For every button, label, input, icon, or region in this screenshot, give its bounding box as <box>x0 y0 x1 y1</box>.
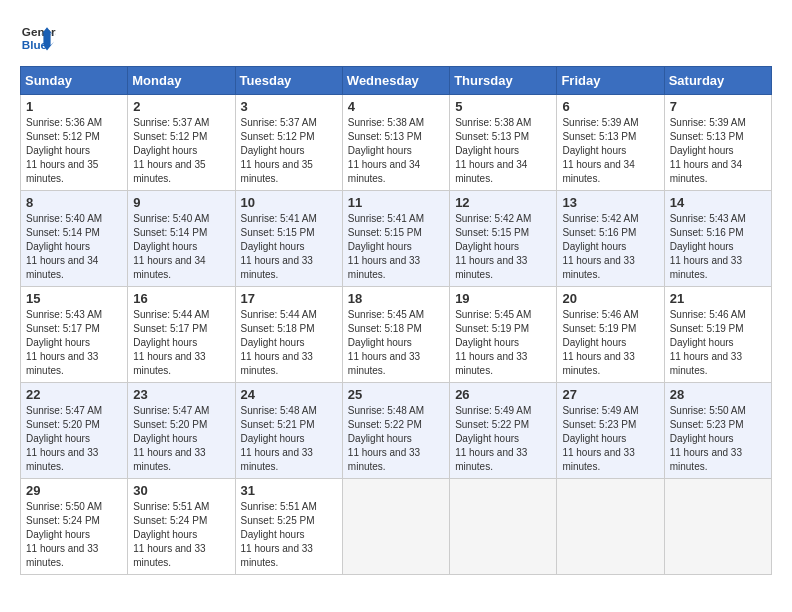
day-number: 7 <box>670 99 766 114</box>
day-number: 1 <box>26 99 122 114</box>
logo-icon: General Blue <box>20 20 56 56</box>
week-row-3: 15Sunrise: 5:43 AMSunset: 5:17 PMDayligh… <box>21 287 772 383</box>
day-info: Sunrise: 5:39 AMSunset: 5:13 PMDaylight … <box>562 116 658 186</box>
day-info: Sunrise: 5:41 AMSunset: 5:15 PMDaylight … <box>348 212 444 282</box>
day-info: Sunrise: 5:42 AMSunset: 5:15 PMDaylight … <box>455 212 551 282</box>
day-cell: 11Sunrise: 5:41 AMSunset: 5:15 PMDayligh… <box>342 191 449 287</box>
day-info: Sunrise: 5:50 AMSunset: 5:23 PMDaylight … <box>670 404 766 474</box>
day-cell: 15Sunrise: 5:43 AMSunset: 5:17 PMDayligh… <box>21 287 128 383</box>
day-number: 13 <box>562 195 658 210</box>
day-cell: 1Sunrise: 5:36 AMSunset: 5:12 PMDaylight… <box>21 95 128 191</box>
day-info: Sunrise: 5:38 AMSunset: 5:13 PMDaylight … <box>348 116 444 186</box>
day-cell: 27Sunrise: 5:49 AMSunset: 5:23 PMDayligh… <box>557 383 664 479</box>
column-header-sunday: Sunday <box>21 67 128 95</box>
day-number: 25 <box>348 387 444 402</box>
day-cell: 7Sunrise: 5:39 AMSunset: 5:13 PMDaylight… <box>664 95 771 191</box>
day-cell: 21Sunrise: 5:46 AMSunset: 5:19 PMDayligh… <box>664 287 771 383</box>
day-number: 20 <box>562 291 658 306</box>
day-cell: 30Sunrise: 5:51 AMSunset: 5:24 PMDayligh… <box>128 479 235 575</box>
day-info: Sunrise: 5:42 AMSunset: 5:16 PMDaylight … <box>562 212 658 282</box>
day-info: Sunrise: 5:40 AMSunset: 5:14 PMDaylight … <box>133 212 229 282</box>
week-row-4: 22Sunrise: 5:47 AMSunset: 5:20 PMDayligh… <box>21 383 772 479</box>
day-cell: 17Sunrise: 5:44 AMSunset: 5:18 PMDayligh… <box>235 287 342 383</box>
day-number: 19 <box>455 291 551 306</box>
day-number: 24 <box>241 387 337 402</box>
column-header-tuesday: Tuesday <box>235 67 342 95</box>
day-info: Sunrise: 5:43 AMSunset: 5:17 PMDaylight … <box>26 308 122 378</box>
logo: General Blue <box>20 20 56 56</box>
day-info: Sunrise: 5:44 AMSunset: 5:17 PMDaylight … <box>133 308 229 378</box>
day-cell: 24Sunrise: 5:48 AMSunset: 5:21 PMDayligh… <box>235 383 342 479</box>
day-cell <box>342 479 449 575</box>
day-number: 28 <box>670 387 766 402</box>
day-number: 16 <box>133 291 229 306</box>
day-info: Sunrise: 5:45 AMSunset: 5:19 PMDaylight … <box>455 308 551 378</box>
day-info: Sunrise: 5:39 AMSunset: 5:13 PMDaylight … <box>670 116 766 186</box>
column-header-monday: Monday <box>128 67 235 95</box>
day-number: 12 <box>455 195 551 210</box>
day-info: Sunrise: 5:45 AMSunset: 5:18 PMDaylight … <box>348 308 444 378</box>
calendar-table: SundayMondayTuesdayWednesdayThursdayFrid… <box>20 66 772 575</box>
day-cell: 18Sunrise: 5:45 AMSunset: 5:18 PMDayligh… <box>342 287 449 383</box>
day-cell: 6Sunrise: 5:39 AMSunset: 5:13 PMDaylight… <box>557 95 664 191</box>
day-cell: 4Sunrise: 5:38 AMSunset: 5:13 PMDaylight… <box>342 95 449 191</box>
day-cell: 19Sunrise: 5:45 AMSunset: 5:19 PMDayligh… <box>450 287 557 383</box>
day-number: 11 <box>348 195 444 210</box>
day-number: 9 <box>133 195 229 210</box>
day-cell: 9Sunrise: 5:40 AMSunset: 5:14 PMDaylight… <box>128 191 235 287</box>
day-info: Sunrise: 5:49 AMSunset: 5:22 PMDaylight … <box>455 404 551 474</box>
day-info: Sunrise: 5:43 AMSunset: 5:16 PMDaylight … <box>670 212 766 282</box>
day-number: 30 <box>133 483 229 498</box>
day-info: Sunrise: 5:48 AMSunset: 5:22 PMDaylight … <box>348 404 444 474</box>
column-header-saturday: Saturday <box>664 67 771 95</box>
day-number: 22 <box>26 387 122 402</box>
day-cell: 2Sunrise: 5:37 AMSunset: 5:12 PMDaylight… <box>128 95 235 191</box>
day-number: 31 <box>241 483 337 498</box>
day-number: 21 <box>670 291 766 306</box>
day-cell: 28Sunrise: 5:50 AMSunset: 5:23 PMDayligh… <box>664 383 771 479</box>
svg-text:General: General <box>22 25 56 38</box>
day-number: 18 <box>348 291 444 306</box>
day-number: 6 <box>562 99 658 114</box>
day-info: Sunrise: 5:37 AMSunset: 5:12 PMDaylight … <box>133 116 229 186</box>
day-info: Sunrise: 5:44 AMSunset: 5:18 PMDaylight … <box>241 308 337 378</box>
day-cell <box>450 479 557 575</box>
day-number: 3 <box>241 99 337 114</box>
day-info: Sunrise: 5:47 AMSunset: 5:20 PMDaylight … <box>133 404 229 474</box>
day-number: 5 <box>455 99 551 114</box>
day-cell <box>557 479 664 575</box>
day-cell <box>664 479 771 575</box>
day-cell: 25Sunrise: 5:48 AMSunset: 5:22 PMDayligh… <box>342 383 449 479</box>
column-header-friday: Friday <box>557 67 664 95</box>
day-number: 10 <box>241 195 337 210</box>
day-cell: 12Sunrise: 5:42 AMSunset: 5:15 PMDayligh… <box>450 191 557 287</box>
day-info: Sunrise: 5:47 AMSunset: 5:20 PMDaylight … <box>26 404 122 474</box>
day-number: 23 <box>133 387 229 402</box>
column-header-wednesday: Wednesday <box>342 67 449 95</box>
day-info: Sunrise: 5:38 AMSunset: 5:13 PMDaylight … <box>455 116 551 186</box>
day-number: 2 <box>133 99 229 114</box>
page-header: General Blue <box>20 20 772 56</box>
day-info: Sunrise: 5:40 AMSunset: 5:14 PMDaylight … <box>26 212 122 282</box>
day-number: 8 <box>26 195 122 210</box>
day-info: Sunrise: 5:41 AMSunset: 5:15 PMDaylight … <box>241 212 337 282</box>
day-cell: 26Sunrise: 5:49 AMSunset: 5:22 PMDayligh… <box>450 383 557 479</box>
day-info: Sunrise: 5:49 AMSunset: 5:23 PMDaylight … <box>562 404 658 474</box>
header-row: SundayMondayTuesdayWednesdayThursdayFrid… <box>21 67 772 95</box>
day-number: 14 <box>670 195 766 210</box>
day-number: 26 <box>455 387 551 402</box>
day-info: Sunrise: 5:46 AMSunset: 5:19 PMDaylight … <box>670 308 766 378</box>
week-row-1: 1Sunrise: 5:36 AMSunset: 5:12 PMDaylight… <box>21 95 772 191</box>
day-info: Sunrise: 5:51 AMSunset: 5:25 PMDaylight … <box>241 500 337 570</box>
day-cell: 29Sunrise: 5:50 AMSunset: 5:24 PMDayligh… <box>21 479 128 575</box>
day-info: Sunrise: 5:51 AMSunset: 5:24 PMDaylight … <box>133 500 229 570</box>
day-number: 17 <box>241 291 337 306</box>
day-cell: 5Sunrise: 5:38 AMSunset: 5:13 PMDaylight… <box>450 95 557 191</box>
day-cell: 31Sunrise: 5:51 AMSunset: 5:25 PMDayligh… <box>235 479 342 575</box>
day-number: 15 <box>26 291 122 306</box>
day-info: Sunrise: 5:36 AMSunset: 5:12 PMDaylight … <box>26 116 122 186</box>
day-info: Sunrise: 5:46 AMSunset: 5:19 PMDaylight … <box>562 308 658 378</box>
day-number: 4 <box>348 99 444 114</box>
day-cell: 22Sunrise: 5:47 AMSunset: 5:20 PMDayligh… <box>21 383 128 479</box>
week-row-2: 8Sunrise: 5:40 AMSunset: 5:14 PMDaylight… <box>21 191 772 287</box>
